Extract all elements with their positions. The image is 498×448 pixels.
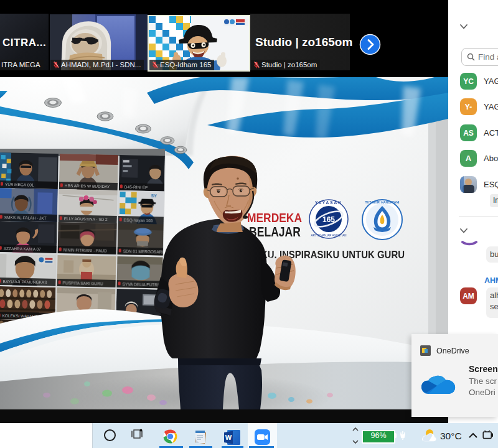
svg-text:W: W xyxy=(225,434,232,441)
